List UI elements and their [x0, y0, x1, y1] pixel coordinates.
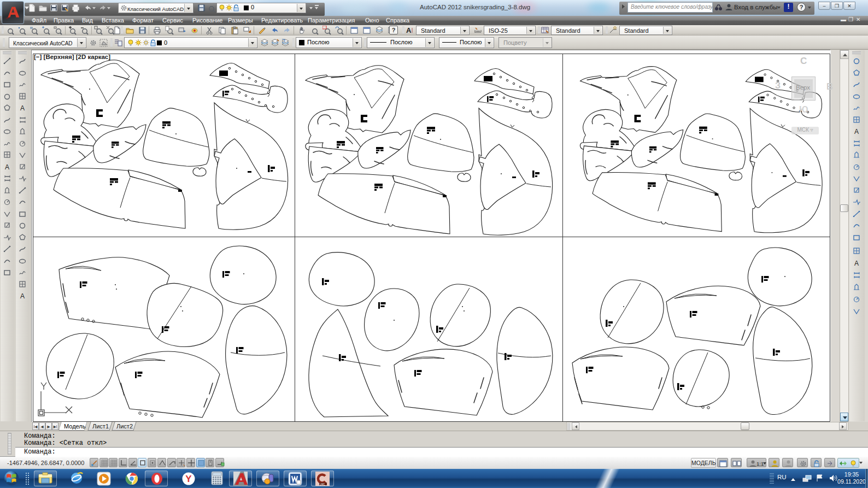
svg-text:A: A: [854, 260, 859, 267]
svg-text:A: A: [20, 104, 25, 112]
svg-text:A: A: [854, 128, 859, 136]
svg-text:A: A: [20, 292, 25, 300]
svg-text:Y: Y: [185, 474, 192, 484]
svg-text:LMC: LMC: [320, 483, 325, 486]
svg-text:A: A: [5, 163, 9, 171]
svg-text:A: A: [406, 26, 412, 34]
